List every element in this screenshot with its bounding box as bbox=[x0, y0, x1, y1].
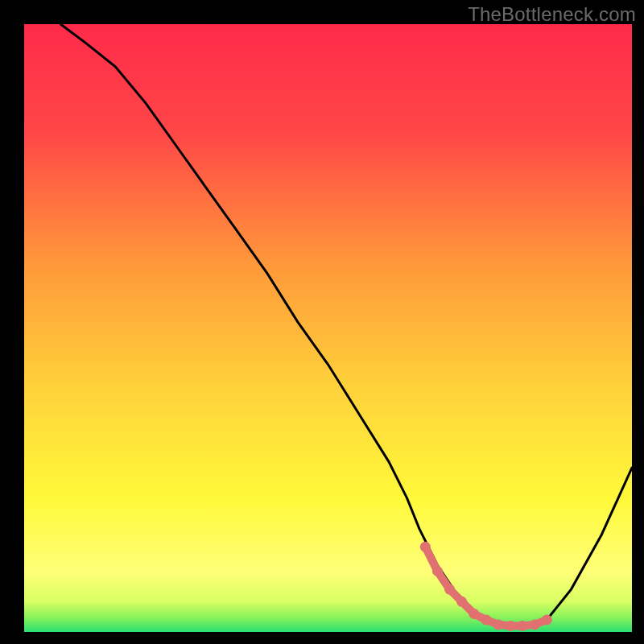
optimal-zone-dot bbox=[493, 619, 503, 630]
chart-gradient-background bbox=[24, 24, 632, 632]
optimal-zone-dot bbox=[506, 621, 516, 631]
bottleneck-chart: TheBottleneck.com bbox=[0, 0, 644, 644]
optimal-zone-dot bbox=[456, 597, 467, 607]
optimal-zone-dot bbox=[542, 614, 552, 625]
optimal-zone-dot bbox=[420, 542, 431, 552]
optimal-zone-dot bbox=[444, 584, 455, 595]
watermark-text: TheBottleneck.com bbox=[468, 3, 636, 26]
optimal-zone-dot bbox=[530, 619, 540, 630]
optimal-zone-dot bbox=[481, 614, 491, 625]
optimal-zone-dot bbox=[469, 609, 479, 619]
optimal-zone-dot bbox=[432, 566, 443, 576]
chart-svg bbox=[0, 0, 644, 644]
optimal-zone-dot bbox=[518, 621, 528, 631]
